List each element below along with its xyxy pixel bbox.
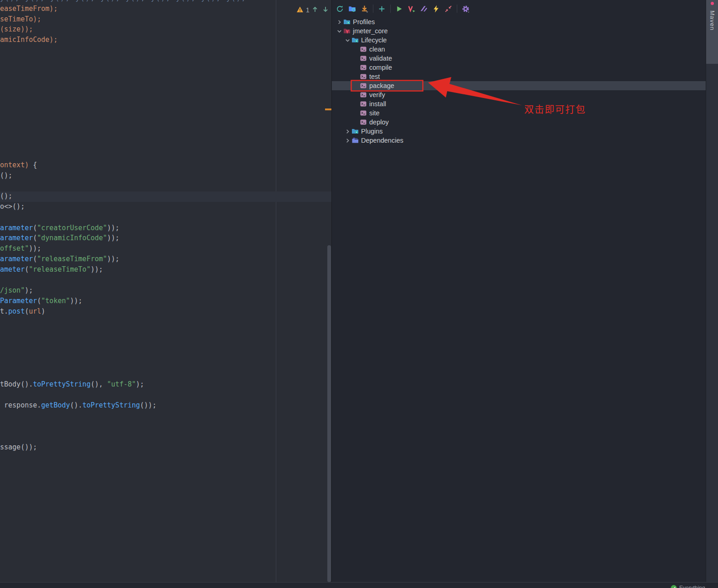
code-segment: "creatorUserCode"	[37, 224, 107, 232]
code-segment: (	[25, 307, 29, 315]
tree-item-install[interactable]: install	[332, 99, 706, 108]
chevron-right-icon[interactable]	[344, 128, 351, 135]
code-segment: ontext)	[0, 161, 33, 169]
code-segment: {	[33, 161, 37, 169]
code-segment: "releaseTimeFrom"	[37, 255, 107, 263]
code-segment: url	[29, 307, 41, 315]
refresh-icon	[336, 5, 344, 13]
add-maven-project-button[interactable]	[376, 3, 388, 15]
tree-item-site[interactable]: site	[332, 108, 706, 118]
inspections-widget[interactable]: 1	[296, 5, 329, 15]
chevron-right-icon[interactable]	[336, 18, 343, 26]
code-line: arameter("creatorUserCode"));	[0, 223, 119, 233]
code-editor[interactable]: y(); y(); y(); y(); y(); y(); y(); y(); …	[0, 0, 331, 582]
goal-icon	[360, 55, 367, 62]
warning-count: 1	[306, 6, 310, 14]
code-segment: toPrettyString	[83, 401, 140, 409]
code-segment: tBody().	[0, 380, 33, 388]
chevron-spacer	[352, 73, 360, 80]
chevron-spacer	[352, 64, 360, 71]
code-segment: arameter	[0, 224, 33, 232]
download-sources-docs-button[interactable]	[358, 3, 371, 15]
chevron-spacer	[352, 82, 360, 89]
code-segment: "utf-8"	[107, 380, 136, 388]
tree-item-clean[interactable]: clean	[332, 45, 706, 54]
code-segment: arameter	[0, 255, 33, 263]
code-line: t.post(url)	[0, 306, 45, 316]
tree-item-test[interactable]: test	[332, 72, 706, 81]
code-segment: ();	[0, 171, 12, 180]
next-warning-arrow-down-icon[interactable]	[322, 6, 329, 14]
collapse-icon	[444, 5, 452, 13]
tree-item-label: validate	[369, 55, 392, 62]
collapse-all-button[interactable]	[442, 3, 455, 15]
code-segment: ssage());	[0, 443, 37, 451]
tree-item-compile[interactable]: compile	[332, 63, 706, 72]
code-segment: arameter	[0, 234, 33, 242]
code-segment: (),	[91, 380, 107, 388]
tree-item-package[interactable]: package	[332, 81, 706, 90]
tree-item-label: jmeter_core	[353, 27, 388, 35]
tree-item-validate[interactable]: validate	[332, 54, 706, 63]
maven-settings-button[interactable]	[460, 3, 472, 15]
gear-icon	[462, 5, 470, 13]
tree-item-verify[interactable]: verify	[332, 90, 706, 99]
toggle-offline-mode-button[interactable]	[430, 3, 442, 15]
prev-warning-arrow-up-icon[interactable]	[312, 6, 318, 14]
chevron-spacer	[352, 91, 360, 98]
tree-item-label: deploy	[369, 119, 389, 126]
code-segment: easeTimeFrom);	[0, 5, 57, 13]
code-line: arameter("releaseTimeFrom"));	[0, 254, 119, 264]
code-segment: (	[33, 255, 37, 263]
code-segment: Parameter	[0, 297, 37, 305]
code-line: offset"));	[0, 243, 41, 253]
lightning-icon	[432, 5, 440, 13]
code-line: ameter("releaseTimeTo"));	[0, 264, 103, 274]
run-maven-build-button[interactable]	[393, 3, 405, 15]
tree-item-label: verify	[369, 91, 385, 98]
status-notification: Everything	[671, 585, 705, 588]
code-segment: post	[8, 307, 25, 315]
tree-item-profiles[interactable]: Profiles	[332, 17, 706, 26]
chevron-spacer	[352, 55, 360, 62]
folder-refresh-icon	[348, 5, 356, 13]
code-segment: (	[33, 234, 37, 242]
plus-icon	[378, 5, 386, 13]
maven-tool-window: Profilesjmeter_coreLifecyclecleanvalidat…	[331, 0, 706, 582]
chevron-down-icon[interactable]	[344, 36, 351, 44]
code-line: arameter("dynamicInfoCode"));	[0, 233, 119, 243]
tree-item-deploy[interactable]: deploy	[332, 118, 706, 127]
code-segment: );	[136, 380, 144, 388]
tree-item-label: Dependencies	[361, 137, 403, 144]
chevron-right-icon[interactable]	[344, 137, 351, 144]
code-line: ();	[0, 191, 12, 201]
toggle-skip-tests-button[interactable]	[418, 3, 430, 15]
code-line: seTimeTo);	[0, 14, 41, 24]
code-line: o<>();	[0, 201, 25, 211]
tree-item-label: clean	[369, 46, 385, 53]
code-segment: ));	[91, 265, 103, 273]
reload-all-maven-projects-button[interactable]	[334, 3, 346, 15]
tree-item-lifecycle[interactable]: Lifecycle	[332, 36, 706, 45]
goal-icon	[360, 82, 367, 89]
warning-triangle-icon	[296, 6, 304, 15]
code-segment: (	[33, 224, 37, 232]
tree-item-plugins[interactable]: Plugins	[332, 127, 706, 136]
tree-item-label: install	[369, 100, 386, 108]
editor-scrollbar-thumb[interactable]	[327, 245, 331, 582]
tree-item-dependencies[interactable]: Dependencies	[332, 136, 706, 145]
generate-sources-folders-button[interactable]	[346, 3, 358, 15]
execute-maven-goal-button[interactable]	[405, 3, 418, 15]
tree-item-label: compile	[369, 64, 392, 71]
tree-item-jmeter_core[interactable]: jmeter_core	[332, 26, 706, 36]
chevron-spacer	[352, 100, 360, 108]
code-line: /json");	[0, 285, 33, 295]
code-segment: ));	[29, 244, 41, 253]
code-segment: response.	[0, 401, 41, 409]
right-toolwindow-bar: Maven	[706, 0, 718, 588]
code-segment: amicInfoCode);	[0, 36, 57, 44]
chevron-down-icon[interactable]	[336, 27, 343, 35]
folder-gear-icon	[351, 36, 359, 44]
code-segment: (size));	[0, 25, 33, 33]
maven-tab[interactable]: Maven	[706, 0, 718, 64]
